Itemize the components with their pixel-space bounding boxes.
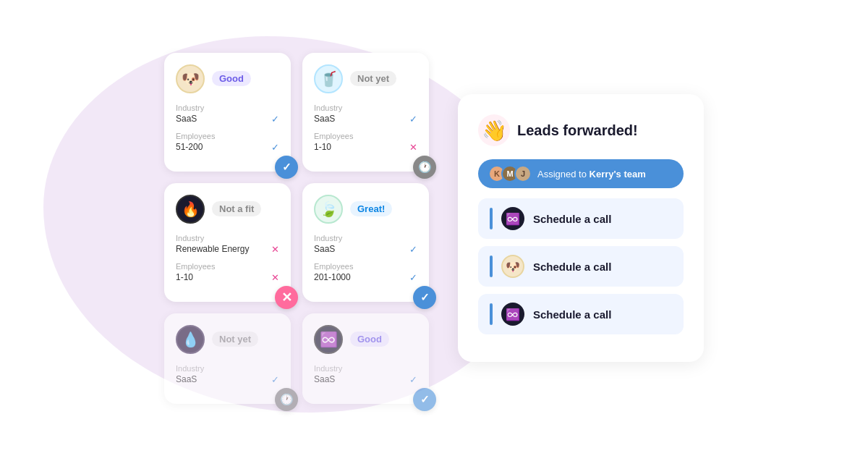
avatars-group: K M J (488, 165, 532, 182)
status-badge-6: Good (350, 332, 389, 347)
lead-card-5: 💧 Not yet Industry SaaS ✓ 🕐 (164, 313, 291, 404)
field-value-2-2: 1-10 (314, 142, 331, 152)
panel-header: 👋 Leads forwarded! (478, 114, 684, 146)
card-header-1: 🐶 Good (176, 64, 279, 93)
company-avatar-2: 🥤 (314, 64, 343, 93)
schedule-item-2[interactable]: 🐶 Schedule a call (478, 246, 684, 287)
check-icon-5-1: ✓ (271, 374, 279, 385)
schedule-company-icon-1: ♾️ (501, 207, 524, 230)
field-value-row-4-1: SaaS ✓ (314, 244, 417, 255)
corner-badge-x-3: ✕ (275, 286, 298, 309)
status-badge-2: Not yet (350, 71, 396, 86)
schedule-label-2: Schedule a call (533, 261, 611, 273)
corner-badge-check-4: ✓ (413, 286, 436, 309)
assigned-row: K M J Assigned to Kerry's team (478, 159, 684, 188)
card-field-1-2: Employees 51-200 ✓ (176, 132, 279, 153)
lead-card-6: ♾️ Good Industry SaaS ✓ ✓ (302, 313, 429, 404)
field-value-row-2-1: SaaS ✓ (314, 114, 417, 124)
field-value-5-1: SaaS (176, 374, 197, 384)
field-label-4-1: Industry (314, 234, 417, 242)
check-icon-2-1: ✓ (409, 114, 417, 124)
check-icon-4-1: ✓ (409, 244, 417, 255)
field-value-1-2: 51-200 (176, 142, 203, 152)
leads-forwarded-panel: 👋 Leads forwarded! K M J Assigned to Ker… (458, 94, 704, 362)
cards-grid: 🐶 Good Industry SaaS ✓ Employees 51-200 … (164, 53, 429, 404)
field-label-6-1: Industry (314, 364, 417, 373)
cross-icon-3-2: ✕ (271, 272, 279, 283)
field-value-6-1: SaaS (314, 374, 335, 384)
lead-card-4: 🍃 Great! Industry SaaS ✓ Employees 201-1… (302, 183, 429, 302)
status-badge-1: Good (212, 71, 251, 86)
wave-emoji-icon: 👋 (478, 114, 510, 146)
schedule-label-3: Schedule a call (533, 308, 611, 321)
schedule-company-icon-2: 🐶 (501, 255, 524, 278)
field-label-3-2: Employees (176, 262, 279, 271)
field-value-row-6-1: SaaS ✓ (314, 374, 417, 385)
field-value-row-4-2: 201-1000 ✓ (314, 272, 417, 283)
field-value-2-1: SaaS (314, 114, 335, 124)
company-avatar-3: 🔥 (176, 195, 205, 224)
card-header-3: 🔥 Not a fit (176, 195, 279, 224)
field-label-1-1: Industry (176, 104, 279, 112)
card-field-6-1: Industry SaaS ✓ (314, 364, 417, 385)
company-avatar-4: 🍃 (314, 195, 343, 224)
field-value-row-2-2: 1-10 ✕ (314, 142, 417, 153)
corner-badge-check-1: ✓ (275, 156, 298, 179)
schedule-label-1: Schedule a call (533, 213, 611, 225)
card-header-5: 💧 Not yet (176, 325, 279, 354)
cross-icon-3-1: ✕ (271, 244, 279, 255)
schedule-stripe-3 (490, 303, 493, 325)
schedule-stripe-2 (490, 256, 493, 277)
status-badge-4: Great! (350, 201, 392, 216)
field-label-4-2: Employees (314, 262, 417, 271)
panel-title: Leads forwarded! (517, 122, 638, 139)
card-header-2: 🥤 Not yet (314, 64, 417, 93)
card-field-5-1: Industry SaaS ✓ (176, 364, 279, 385)
card-field-3-2: Employees 1-10 ✕ (176, 262, 279, 283)
card-field-2-2: Employees 1-10 ✕ (314, 132, 417, 153)
company-avatar-5: 💧 (176, 325, 205, 354)
card-field-4-2: Employees 201-1000 ✓ (314, 262, 417, 283)
corner-badge-clock-5: 🕐 (275, 388, 298, 411)
card-field-4-1: Industry SaaS ✓ (314, 234, 417, 255)
schedule-item-3[interactable]: ♾️ Schedule a call (478, 294, 684, 334)
field-value-row-3-1: Renewable Energy ✕ (176, 244, 279, 255)
field-label-5-1: Industry (176, 364, 279, 373)
field-label-1-2: Employees (176, 132, 279, 140)
field-value-row-1-1: SaaS ✓ (176, 114, 279, 124)
lead-card-2: 🥤 Not yet Industry SaaS ✓ Employees 1-10… (302, 53, 429, 172)
schedule-company-icon-3: ♾️ (501, 303, 524, 326)
corner-badge-check-6: ✓ (413, 388, 436, 411)
card-header-6: ♾️ Good (314, 325, 417, 354)
field-value-1-1: SaaS (176, 114, 197, 124)
corner-badge-clock-2: 🕐 (413, 156, 436, 179)
team-name: Kerry's team (590, 169, 646, 180)
card-field-2-1: Industry SaaS ✓ (314, 104, 417, 124)
card-field-1-1: Industry SaaS ✓ (176, 104, 279, 124)
field-value-3-1: Renewable Energy (176, 244, 249, 254)
check-icon-1-1: ✓ (271, 114, 279, 124)
lead-card-3: 🔥 Not a fit Industry Renewable Energy ✕ … (164, 183, 291, 302)
field-value-3-2: 1-10 (176, 272, 193, 282)
schedule-stripe-1 (490, 208, 493, 229)
status-badge-5: Not yet (212, 332, 258, 347)
check-icon-1-2: ✓ (271, 142, 279, 153)
check-icon-4-2: ✓ (409, 272, 417, 283)
company-avatar-1: 🐶 (176, 64, 205, 93)
field-value-row-1-2: 51-200 ✓ (176, 142, 279, 153)
field-label-3-1: Industry (176, 234, 279, 242)
card-header-4: 🍃 Great! (314, 195, 417, 224)
schedule-item-1[interactable]: ♾️ Schedule a call (478, 198, 684, 239)
assigned-text: Assigned to Kerry's team (537, 169, 646, 180)
field-value-row-5-1: SaaS ✓ (176, 374, 279, 385)
card-field-3-1: Industry Renewable Energy ✕ (176, 234, 279, 255)
cross-icon-2-2: ✕ (409, 142, 417, 153)
team-avatar-3: J (514, 165, 532, 182)
check-icon-6-1: ✓ (409, 374, 417, 385)
company-avatar-6: ♾️ (314, 325, 343, 354)
field-value-row-3-2: 1-10 ✕ (176, 272, 279, 283)
field-value-4-1: SaaS (314, 244, 335, 254)
field-label-2-1: Industry (314, 104, 417, 112)
field-value-4-2: 201-1000 (314, 272, 351, 282)
status-badge-3: Not a fit (212, 201, 261, 216)
